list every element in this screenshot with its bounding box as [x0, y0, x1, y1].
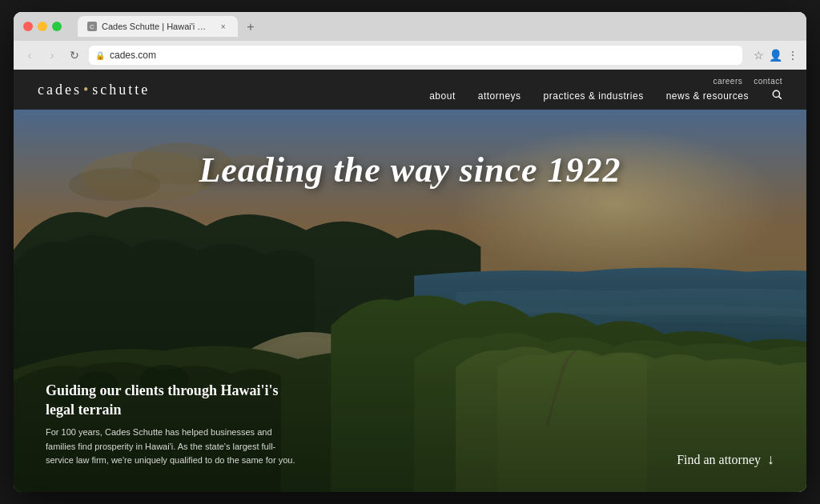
browser-chrome: C Cades Schutte | Hawai'i Bus... × + ‹ ›…: [14, 12, 806, 70]
hero-tagline-body: For 100 years, Cades Schutte has helped …: [46, 426, 302, 468]
profile-icon[interactable]: 👤: [769, 49, 782, 62]
nav-attorneys[interactable]: attorneys: [478, 90, 521, 102]
traffic-lights: [23, 22, 62, 31]
bookmark-icon[interactable]: ☆: [754, 49, 764, 62]
minimize-window-button[interactable]: [38, 22, 47, 31]
tab-favicon-icon: C: [87, 22, 97, 31]
careers-link[interactable]: careers: [713, 77, 742, 86]
site-logo: cades•schutte: [38, 82, 150, 98]
ssl-lock-icon: 🔒: [95, 51, 105, 60]
close-window-button[interactable]: [23, 22, 33, 31]
header-right: careers contact about attorneys practice…: [429, 77, 782, 102]
browser-actions: ☆ 👤 ⋮: [754, 49, 798, 62]
more-options-icon[interactable]: ⋮: [787, 49, 798, 62]
url-text: cades.com: [110, 50, 156, 61]
contact-link[interactable]: contact: [754, 77, 782, 86]
nav-practices[interactable]: practices & industries: [544, 90, 644, 102]
address-bar-row: ‹ › ↻ 🔒 cades.com ☆ 👤 ⋮: [14, 41, 806, 70]
site-header: cades•schutte careers contact about atto…: [14, 70, 806, 110]
hero-title: Leading the way since 1922: [46, 150, 774, 190]
browser-tab[interactable]: C Cades Schutte | Hawai'i Bus... ×: [78, 16, 238, 37]
svg-line-1: [779, 97, 782, 99]
hero-content: Leading the way since 1922 Guiding our c…: [14, 110, 806, 492]
tab-bar: C Cades Schutte | Hawai'i Bus... × +: [78, 16, 797, 37]
arrow-down-icon: ↓: [767, 451, 774, 468]
main-nav: about attorneys practices & industries n…: [429, 89, 782, 102]
logo-text-part1: cades: [38, 82, 82, 98]
nav-news[interactable]: news & resources: [666, 90, 749, 102]
back-button[interactable]: ‹: [22, 47, 38, 63]
find-attorney-button[interactable]: Find an attorney ↓: [677, 451, 774, 468]
hero-bottom: Guiding our clients through Hawai'i's le…: [46, 382, 774, 468]
svg-point-0: [773, 90, 779, 97]
search-icon[interactable]: [771, 89, 782, 102]
hero-tagline: Guiding our clients through Hawai'i's le…: [46, 382, 302, 468]
logo-dot: •: [83, 82, 90, 98]
refresh-button[interactable]: ↻: [66, 47, 82, 63]
browser-window: C Cades Schutte | Hawai'i Bus... × + ‹ ›…: [14, 12, 806, 492]
hero-section: Leading the way since 1922 Guiding our c…: [14, 110, 806, 492]
tab-title: Cades Schutte | Hawai'i Bus...: [102, 22, 210, 31]
website-content: cades•schutte careers contact about atto…: [14, 70, 806, 492]
logo-text-part2: schutte: [92, 82, 150, 98]
find-attorney-label: Find an attorney: [677, 453, 761, 467]
top-links: careers contact: [713, 77, 782, 86]
title-bar: C Cades Schutte | Hawai'i Bus... × +: [14, 12, 806, 41]
nav-about[interactable]: about: [429, 90, 456, 102]
forward-button[interactable]: ›: [44, 47, 60, 63]
address-bar[interactable]: 🔒 cades.com: [89, 46, 742, 65]
maximize-window-button[interactable]: [52, 22, 62, 31]
tab-close-button[interactable]: ×: [218, 21, 228, 32]
hero-tagline-heading: Guiding our clients through Hawai'i's le…: [46, 382, 302, 419]
new-tab-button[interactable]: +: [241, 18, 260, 37]
